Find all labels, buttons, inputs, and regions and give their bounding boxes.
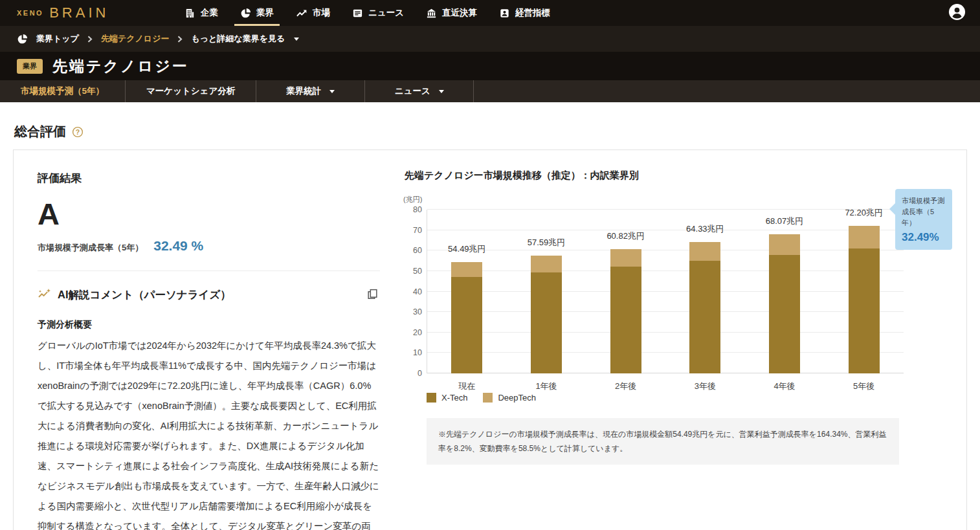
copy-button[interactable] xyxy=(365,287,380,304)
growth-rate-label: 市場規模予測成長率（5年） xyxy=(38,242,143,254)
x-axis-label: 現在 xyxy=(458,381,475,392)
chart-footnote: ※先端テクノロジーの市場規模予測成長率は、現在の市場規模金額54.49兆円を元に… xyxy=(427,418,899,465)
stacked-bar-2年後 xyxy=(610,249,641,373)
ai-comment-paragraph-1: グローバルのIoT市場では2024年から2032年にかけて年平均成長率24.3%… xyxy=(38,336,380,530)
evaluation-grade: A xyxy=(38,199,380,229)
breadcrumb-industry-top[interactable]: 業界トップ xyxy=(36,33,79,45)
bar-segment-deeptech xyxy=(451,262,482,278)
growth-rate-row: 市場規模予測成長率（5年） 32.49 % xyxy=(38,238,380,271)
bar-segment-xtech xyxy=(849,248,880,373)
trend-icon xyxy=(296,8,307,19)
nav-item-label: 経営指標 xyxy=(515,7,550,19)
gridline xyxy=(427,332,904,333)
caret-down-icon xyxy=(439,90,444,93)
y-axis-tick: 0 xyxy=(403,369,422,378)
building-icon xyxy=(184,8,195,19)
main-content: 総合評価 ? 評価結果 A 市場規模予測成長率（5年） 32.49 % AI解説… xyxy=(0,102,980,530)
legend-label: DeepTech xyxy=(498,393,536,403)
nav-item-industry[interactable]: 業界 xyxy=(229,0,285,26)
stacked-bar-現在 xyxy=(451,262,482,373)
breadcrumb: 業界トップ 先端テクノロジー もっと詳細な業界を見る xyxy=(0,26,980,52)
y-axis-tick: 30 xyxy=(403,307,422,316)
nav-item-news[interactable]: ニュース xyxy=(341,0,415,26)
bar-total-label: 64.33兆円 xyxy=(686,223,724,235)
nav-item-earnings[interactable]: 直近決算 xyxy=(415,0,488,26)
nav-item-label: ニュース xyxy=(368,7,404,19)
stacked-bar-1年後 xyxy=(531,256,562,373)
stacked-bar-3年後 xyxy=(689,242,720,373)
logo-text-brain: BRAIN xyxy=(49,5,109,21)
bar-segment-xtech xyxy=(531,272,562,373)
bar-segment-deeptech xyxy=(769,234,800,255)
ai-comment-header: AI解説コメント（パーソナライズ） xyxy=(38,287,380,304)
tab-forecast[interactable]: 市場規模予測（5年） xyxy=(0,80,126,102)
help-question-icon[interactable]: ? xyxy=(72,126,84,138)
nav-item-label: 業界 xyxy=(256,7,274,19)
nav-item-companies[interactable]: 企業 xyxy=(173,0,229,26)
tab-stats[interactable]: 業界統計 xyxy=(256,80,365,102)
breadcrumb-current[interactable]: 先端テクノロジー xyxy=(101,33,170,45)
bar-total-label: 68.07兆円 xyxy=(766,215,804,227)
gridline xyxy=(427,311,904,312)
tab-tab-news[interactable]: ニュース xyxy=(365,80,474,102)
section-heading-row: 総合評価 ? xyxy=(14,123,967,140)
y-axis-tick: 60 xyxy=(403,246,422,255)
bar-total-label: 57.59兆円 xyxy=(528,237,566,248)
caret-down-icon xyxy=(329,90,335,93)
y-axis-tick: 80 xyxy=(403,205,422,214)
breadcrumb-more-dropdown[interactable]: もっと詳細な業界を見る xyxy=(191,33,299,45)
gridline xyxy=(427,291,904,292)
bar-segment-deeptech xyxy=(849,226,880,248)
caret-down-icon xyxy=(294,38,299,41)
breadcrumb-more-label: もっと詳細な業界を見る xyxy=(191,33,285,45)
x-axis-label: 5年後 xyxy=(853,381,874,392)
bar-segment-xtech xyxy=(451,277,482,373)
xenobrain-logo[interactable]: XENO BRAIN xyxy=(17,5,163,21)
nav-item-indicators[interactable]: 経営指標 xyxy=(488,0,561,26)
legend-swatch xyxy=(483,393,493,403)
copy-icon xyxy=(366,288,379,302)
gridline xyxy=(427,271,904,271)
nav-item-label: 直近決算 xyxy=(442,7,477,19)
nav-item-market[interactable]: 市場 xyxy=(285,0,341,26)
legend-swatch xyxy=(427,393,436,403)
bar-segment-deeptech xyxy=(610,249,641,267)
tab-share[interactable]: マーケットシェア分析 xyxy=(126,80,256,102)
top-nav-items: 企業業界市場ニュース直近決算経営指標 xyxy=(173,0,561,26)
callout-value: 32.49% xyxy=(902,231,946,244)
section-heading: 総合評価 xyxy=(14,123,66,140)
svg-text:?: ? xyxy=(76,127,80,135)
bar-segment-deeptech xyxy=(689,242,720,261)
pie-chart-icon xyxy=(17,34,28,45)
user-avatar[interactable] xyxy=(948,3,966,23)
user-avatar-icon xyxy=(948,3,966,23)
person-badge-icon xyxy=(499,8,510,19)
chevron-right-icon xyxy=(87,36,93,43)
y-axis-tick: 10 xyxy=(403,348,422,357)
bar-total-label: 54.49兆円 xyxy=(448,243,486,255)
chart-unit-label: (兆円) xyxy=(403,195,966,204)
news-icon xyxy=(352,8,363,19)
callout-label: 市場規模予測成長率（5年） xyxy=(902,195,946,228)
pie-chart-icon xyxy=(240,8,251,19)
legend-item-x-tech: X-Tech xyxy=(427,393,467,403)
legend-label: X-Tech xyxy=(441,393,467,403)
bar-segment-xtech xyxy=(689,261,720,373)
overall-evaluation-card: 評価結果 A 市場規模予測成長率（5年） 32.49 % AI解説コメント（パー… xyxy=(13,149,967,530)
chevron-right-icon xyxy=(177,36,183,43)
logo-text-xeno: XENO xyxy=(17,9,43,17)
growth-rate-callout: 市場規模予測成長率（5年） 32.49% xyxy=(895,189,952,250)
tab-label: 業界統計 xyxy=(286,85,321,97)
bar-total-label: 72.20兆円 xyxy=(845,207,883,219)
ai-comment-heading: AI解説コメント（パーソナライズ） xyxy=(58,288,231,302)
top-nav: XENO BRAIN 企業業界市場ニュース直近決算経営指標 xyxy=(0,0,980,26)
legend-item-deeptech: DeepTech xyxy=(483,393,536,403)
tab-label: マーケットシェア分析 xyxy=(146,85,235,97)
tab-label: ニュース xyxy=(395,85,430,97)
evaluation-result-heading: 評価結果 xyxy=(38,171,380,186)
gridline xyxy=(427,230,904,230)
bank-icon xyxy=(426,8,437,19)
x-axis-label: 1年後 xyxy=(535,381,557,392)
tab-label: 市場規模予測（5年） xyxy=(21,85,104,97)
bar-total-label: 60.82兆円 xyxy=(607,230,645,242)
